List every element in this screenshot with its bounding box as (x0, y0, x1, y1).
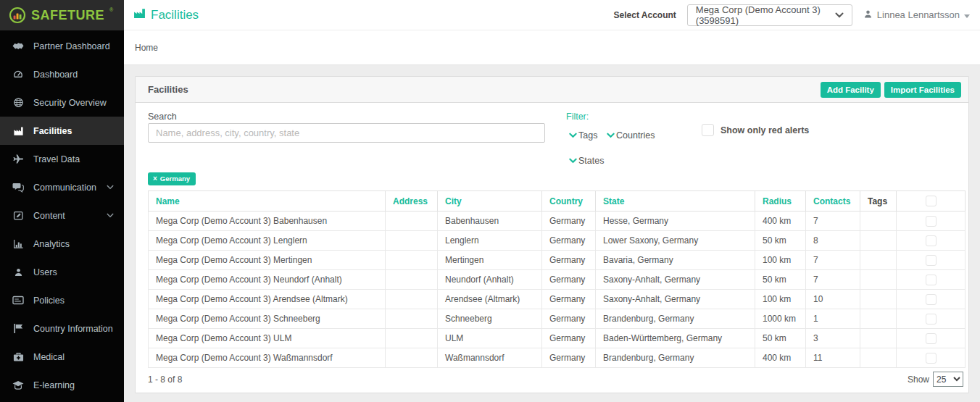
filter-tags[interactable]: Tags (569, 130, 597, 141)
dashboard-icon (12, 69, 24, 80)
table-row[interactable]: Mega Corp (Demo Account 3) WaßmannsdorfW… (149, 348, 966, 368)
column-header-address[interactable]: Address (386, 191, 438, 212)
pen-square-icon (12, 210, 24, 221)
column-header-name[interactable]: Name (149, 191, 386, 212)
cell-radius: 1000 km (755, 309, 806, 329)
cell-state: Brandenburg, Germany (596, 309, 755, 329)
cell-state: Baden-Württemberg, Germany (596, 329, 755, 348)
row-checkbox[interactable] (926, 235, 937, 246)
cell-city: Babenhausen (438, 212, 542, 231)
breadcrumb-home[interactable]: Home (135, 43, 158, 53)
panel-title: Facilities (148, 84, 188, 95)
cell-tags (860, 251, 897, 270)
brand-logo[interactable]: SAFETURE ® (0, 0, 124, 30)
graduation-cap-icon (12, 380, 24, 390)
sidebar-item-policies[interactable]: Policies (0, 286, 124, 314)
table-row[interactable]: Mega Corp (Demo Account 3) ULMULMGermany… (149, 329, 966, 348)
chevron-down-icon (569, 158, 577, 164)
sidebar-item-e-learning[interactable]: E-learning (0, 371, 124, 399)
filter-tags-label: Tags (578, 130, 597, 141)
row-checkbox[interactable] (926, 333, 937, 344)
caret-down-icon (964, 9, 970, 20)
panel-body: Search Filter: Tags Countries (136, 103, 968, 393)
cell-name: Mega Corp (Demo Account 3) Schneeberg (149, 309, 386, 329)
filter-states[interactable]: States (569, 156, 604, 166)
cell-address (386, 212, 438, 231)
filter-label: Filter: (566, 112, 589, 122)
cell-country: Germany (542, 309, 596, 329)
remove-tag-icon[interactable]: × (153, 175, 157, 182)
table-row[interactable]: Mega Corp (Demo Account 3) Neundorf (Anh… (149, 270, 966, 290)
cell-radius: 400 km (755, 348, 806, 368)
column-header-state[interactable]: State (596, 191, 755, 212)
cell-address (386, 231, 438, 251)
cell-state: Saxony-Anhalt, Germany (596, 270, 755, 290)
cell-address (386, 348, 438, 368)
pagination-range: 1 - 8 of 8 (148, 374, 182, 385)
red-alerts-checkbox[interactable] (702, 124, 714, 136)
sidebar-item-analytics[interactable]: Analytics (0, 230, 124, 258)
app-root: SAFETURE ® Partner DashboardDashboardSec… (0, 0, 980, 402)
flag-icon (12, 323, 24, 334)
sidebar-item-content[interactable]: Content (0, 201, 124, 230)
table-row[interactable]: Mega Corp (Demo Account 3) Arendsee (Alt… (149, 290, 966, 309)
sidebar-item-label: E-learning (33, 380, 75, 390)
row-checkbox[interactable] (926, 255, 937, 266)
table-row[interactable]: Mega Corp (Demo Account 3) LenglernLengl… (149, 231, 966, 251)
factory-icon (12, 126, 24, 136)
cell-city: Neundorf (Anhalt) (438, 270, 542, 290)
cell-contacts: 8 (806, 231, 860, 251)
cell-name: Mega Corp (Demo Account 3) Mertingen (149, 251, 386, 270)
sidebar-item-facilities[interactable]: Facilities (0, 117, 124, 145)
column-header-radius[interactable]: Radius (755, 191, 806, 212)
cell-city: Schneeberg (438, 309, 542, 329)
select-all-checkbox[interactable] (926, 196, 937, 206)
column-header-select (897, 191, 966, 212)
cell-name: Mega Corp (Demo Account 3) ULM (149, 329, 386, 348)
cell-select (897, 309, 966, 329)
chevron-down-icon (835, 9, 844, 20)
table-row[interactable]: Mega Corp (Demo Account 3) MertingenMert… (149, 251, 966, 270)
cell-tags (860, 348, 897, 368)
chevron-down-icon (607, 133, 615, 138)
cell-select (897, 348, 966, 368)
active-tag-chip[interactable]: × Germany (148, 172, 196, 185)
show-label: Show (908, 374, 929, 385)
cell-address (386, 329, 438, 348)
sidebar-item-partner-dashboard[interactable]: Partner Dashboard (0, 32, 124, 60)
filter-countries[interactable]: Countries (607, 130, 655, 141)
account-select[interactable]: Mega Corp (Demo Account 3) (3598591) (687, 4, 852, 26)
column-header-country[interactable]: Country (542, 191, 596, 212)
sidebar-item-users[interactable]: Users (0, 258, 124, 286)
sidebar-item-travel-data[interactable]: Travel Data (0, 145, 124, 173)
row-checkbox[interactable] (926, 216, 937, 227)
cell-name: Mega Corp (Demo Account 3) Waßmannsdorf (149, 348, 386, 368)
column-header-contacts[interactable]: Contacts (806, 191, 860, 212)
table-row[interactable]: Mega Corp (Demo Account 3) BabenhausenBa… (149, 212, 966, 231)
add-facility-button[interactable]: Add Facility (821, 82, 881, 98)
sidebar-item-country-information[interactable]: Country Information (0, 314, 124, 343)
row-checkbox[interactable] (926, 275, 937, 285)
row-checkbox[interactable] (926, 314, 937, 324)
row-checkbox[interactable] (926, 353, 937, 364)
factory-icon (133, 8, 146, 22)
column-header-city[interactable]: City (438, 191, 542, 212)
sidebar-item-label: Facilities (33, 126, 72, 136)
page-size-select[interactable]: 25 (933, 372, 963, 387)
search-input[interactable] (148, 123, 545, 143)
sidebar-item-security-overview[interactable]: Security Overview (0, 88, 124, 117)
cell-contacts: 10 (806, 290, 860, 309)
sidebar-item-medical[interactable]: Medical (0, 343, 124, 371)
user-menu[interactable]: Linnea Lennartsson (863, 9, 970, 21)
active-tag-label: Germany (160, 175, 190, 183)
table-row[interactable]: Mega Corp (Demo Account 3) SchneebergSch… (149, 309, 966, 329)
cell-country: Germany (542, 329, 596, 348)
medkit-icon (12, 351, 24, 362)
cell-select (897, 231, 966, 251)
row-checkbox[interactable] (926, 294, 937, 305)
sidebar-item-communication[interactable]: Communication (0, 173, 124, 201)
import-facilities-button[interactable]: Import Facilities (884, 82, 961, 98)
sidebar-item-dashboard[interactable]: Dashboard (0, 60, 124, 88)
cell-contacts: 7 (806, 251, 860, 270)
cell-radius: 100 km (755, 251, 806, 270)
